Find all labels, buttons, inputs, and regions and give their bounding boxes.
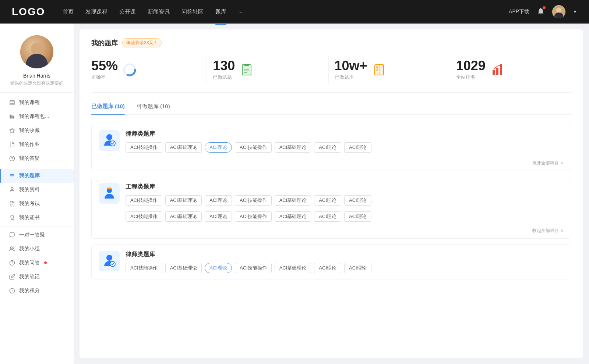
svg-rect-3: [10, 100, 14, 105]
stat-accuracy-info: 55% 正确率: [91, 59, 118, 81]
course-package-icon: [9, 113, 15, 120]
sidebar-profile: Brian Harris 错误的决定比没有决定要好: [0, 24, 74, 93]
nav-item-qbank[interactable]: 题库: [215, 7, 226, 17]
qbank-tag-3-6[interactable]: ACI理论: [344, 263, 371, 273]
sidebar-item-my-courses[interactable]: 我的课程: [0, 96, 74, 110]
qbank-tag-2r-6[interactable]: ACI理论: [344, 211, 371, 222]
profile-motto: 错误的决定比没有决定要好: [10, 80, 63, 86]
sidebar-item-course-package[interactable]: 我的课程包...: [0, 110, 74, 124]
book-icon: [373, 63, 386, 76]
lawyer-svg-2: [101, 253, 117, 269]
qbank-tag-1-1[interactable]: ACI基础理论: [165, 142, 202, 153]
sidebar-item-questions[interactable]: 我的答疑: [0, 151, 74, 165]
qbank-tag-3-4[interactable]: ACI基础理论: [275, 263, 311, 273]
qbank-tags-2: ACI技能操作 ACI基础理论 ACI理论 ACI技能操作 ACI基础理论 AC…: [126, 195, 564, 206]
my-courses-icon: [9, 99, 15, 106]
sidebar-item-profile[interactable]: 我的资料: [0, 183, 74, 197]
sidebar-item-exam[interactable]: 我的考试: [0, 197, 74, 211]
nav-item-news[interactable]: 新闻资讯: [148, 7, 170, 17]
sidebar-label-certificate: 我的证书: [19, 214, 40, 221]
sidebar-item-points[interactable]: 我的积分: [0, 284, 74, 298]
qbank-tag-2r-5[interactable]: ACI理论: [314, 211, 341, 222]
page-header: 我的题库 体验剩余23天！: [91, 38, 571, 47]
stat-rank-value: 1029: [456, 59, 486, 72]
tab-done-banks[interactable]: 已做题库 (10): [91, 103, 125, 114]
sidebar: Brian Harris 错误的决定比没有决定要好 我的课程 我的课程包...: [0, 24, 74, 364]
page-layout: Brian Harris 错误的决定比没有决定要好 我的课程 我的课程包...: [0, 24, 589, 364]
qbank-tag-1-2[interactable]: ACI理论: [205, 142, 232, 153]
avatar-svg: [552, 5, 565, 18]
sidebar-item-favorites[interactable]: 我的收藏: [0, 124, 74, 138]
app-download-button[interactable]: APP下载: [509, 8, 529, 15]
tab-available-banks[interactable]: 可做题库 (10): [137, 103, 170, 114]
qbank-tag-2r-1[interactable]: ACI基础理论: [165, 211, 202, 222]
sidebar-item-group[interactable]: 我的小组: [0, 242, 74, 256]
qbank-tag-3-3[interactable]: ACI技能操作: [235, 263, 272, 273]
qbank-tag-2-6[interactable]: ACI理论: [344, 195, 371, 206]
donut-chart-svg: [122, 63, 137, 77]
sidebar-label-profile: 我的资料: [19, 186, 40, 193]
done-questions-icon: [239, 63, 254, 77]
nav-item-qa[interactable]: 问答社区: [181, 7, 204, 17]
qbank-info-2: 工程类题库 ACI技能操作 ACI基础理论 ACI理论 ACI技能操作 ACI基…: [126, 183, 564, 206]
svg-rect-6: [10, 114, 11, 118]
user-menu-chevron[interactable]: ▼: [573, 9, 577, 14]
qbank-tag-2r-4[interactable]: ACI基础理论: [275, 211, 311, 222]
qbank-name-3: 律师类题库: [126, 251, 564, 258]
qbank-name-1: 律师类题库: [126, 130, 564, 138]
sidebar-item-one-on-one[interactable]: 一对一答疑: [0, 228, 74, 242]
questions-icon: [9, 155, 15, 162]
notification-bell[interactable]: [537, 7, 545, 17]
sidebar-item-qbank[interactable]: 我的题库: [0, 169, 74, 183]
svg-point-15: [11, 215, 14, 218]
qbank-tag-1-6[interactable]: ACI理论: [344, 142, 371, 153]
sidebar-label-group: 我的小组: [19, 246, 40, 252]
svg-rect-8: [13, 116, 14, 118]
qbank-tag-2r-2[interactable]: ACI理论: [205, 211, 232, 222]
qbank-tag-1-3[interactable]: ACI技能操作: [235, 142, 272, 153]
qbank-expand-1[interactable]: 展开全部科目 ∨: [92, 158, 571, 171]
qbank-tag-2-2[interactable]: ACI理论: [205, 195, 232, 206]
stat-done-info: 130 已做试题: [213, 59, 235, 81]
sidebar-menu: 我的课程 我的课程包... 我的收藏 我的作业: [0, 93, 74, 301]
qbank-tag-1-4[interactable]: ACI基础理论: [275, 142, 311, 153]
qbank-tag-3-2[interactable]: ACI理论: [205, 263, 232, 273]
sidebar-item-my-qa[interactable]: 我的问答: [0, 256, 74, 270]
qbank-tag-2-3[interactable]: ACI技能操作: [235, 195, 272, 206]
qbank-tag-3-0[interactable]: ACI技能操作: [126, 263, 162, 273]
qbank-tag-3-1[interactable]: ACI基础理论: [165, 263, 202, 273]
sidebar-item-homework[interactable]: 我的作业: [0, 138, 74, 151]
main-content: 我的题库 体验剩余23天！ 55% 正确率 130: [80, 29, 583, 358]
user-avatar[interactable]: [552, 5, 565, 18]
stat-rank-info: 1029 全站排名: [456, 59, 486, 81]
sidebar-label-exam: 我的考试: [19, 200, 40, 207]
qbank-card-engineer: 工程类题库 ACI技能操作 ACI基础理论 ACI理论 ACI技能操作 ACI基…: [91, 177, 571, 239]
qbank-tags-3: ACI技能操作 ACI基础理论 ACI理论 ACI技能操作 ACI基础理论 AC…: [126, 263, 564, 273]
qbank-tag-2-0[interactable]: ACI技能操作: [126, 195, 162, 206]
qbank-card-lawyer-1: 律师类题库 ACI技能操作 ACI基础理论 ACI理论 ACI技能操作 ACI基…: [91, 124, 571, 171]
qbank-tag-2-1[interactable]: ACI基础理论: [165, 195, 202, 206]
navbar-nav: 首页 发现课程 公开课 新闻资讯 问答社区 题库 ···: [63, 7, 509, 17]
nav-item-courses[interactable]: 发现课程: [85, 7, 107, 17]
nav-item-open[interactable]: 公开课: [119, 7, 136, 17]
qbank-tag-2-5[interactable]: ACI理论: [314, 195, 341, 206]
points-icon: [9, 288, 15, 294]
profile-avatar[interactable]: [20, 35, 53, 68]
qbank-expand-2[interactable]: 收起全部科目 ∧: [92, 226, 571, 238]
nav-item-more[interactable]: ···: [238, 7, 243, 17]
navbar-logo[interactable]: LOGO: [12, 6, 45, 18]
qbank-tag-2r-0[interactable]: ACI技能操作: [126, 211, 162, 222]
qbank-tag-3-5[interactable]: ACI理论: [314, 263, 341, 273]
sidebar-label-points: 我的积分: [19, 288, 40, 294]
svg-rect-33: [376, 67, 378, 68]
qbank-tag-2-4[interactable]: ACI基础理论: [275, 195, 311, 206]
my-qa-icon: [9, 260, 15, 266]
profile-avatar-image: [20, 35, 53, 68]
qbank-tag-1-0[interactable]: ACI技能操作: [126, 142, 162, 153]
qbank-tag-1-5[interactable]: ACI理论: [314, 142, 341, 153]
accuracy-chart-icon: [122, 63, 137, 77]
nav-item-home[interactable]: 首页: [63, 7, 74, 17]
sidebar-item-notes[interactable]: 我的笔记: [0, 270, 74, 284]
sidebar-item-certificate[interactable]: 我的证书: [0, 211, 74, 225]
qbank-tag-2r-3[interactable]: ACI技能操作: [235, 211, 272, 222]
